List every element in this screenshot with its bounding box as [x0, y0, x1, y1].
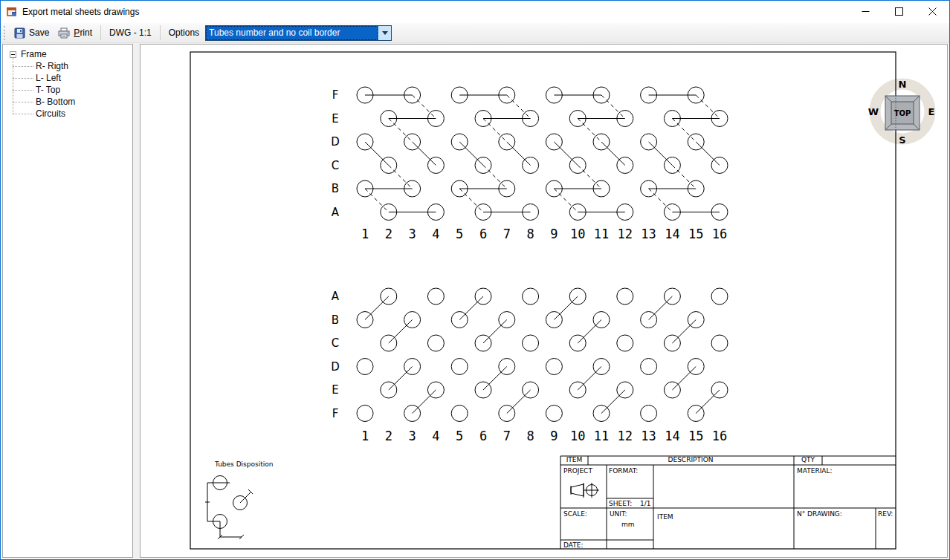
svg-text:F: F — [332, 407, 339, 420]
tubes-disposition-legend: Tubes Disposition — [205, 460, 273, 539]
svg-text:12: 12 — [618, 227, 633, 241]
svg-text:4: 4 — [432, 227, 439, 241]
svg-text:B: B — [332, 182, 339, 195]
svg-text:1/1: 1/1 — [640, 500, 650, 507]
svg-text:5: 5 — [456, 227, 463, 241]
viewcube-top[interactable]: TOP — [885, 96, 920, 130]
svg-text:C: C — [332, 159, 339, 172]
svg-text:SHEET:: SHEET: — [609, 500, 632, 507]
combobox-dropdown-button[interactable] — [378, 26, 391, 40]
svg-text:12: 12 — [618, 429, 633, 443]
svg-text:N: N — [899, 79, 907, 90]
svg-text:ITEM: ITEM — [566, 456, 583, 463]
print-button-label: Print — [74, 27, 92, 38]
svg-text:5: 5 — [456, 429, 463, 443]
tube — [427, 382, 444, 398]
tube — [641, 359, 657, 375]
svg-text:FORMAT:: FORMAT: — [609, 467, 638, 475]
tube — [641, 406, 657, 422]
tree-children: R- RigthL- LeftT- TopB- BottomCircuits — [3, 60, 132, 120]
maximize-button[interactable] — [882, 1, 916, 22]
tree-item-label: Circuits — [36, 108, 65, 119]
svg-text:DESCRIPTION: DESCRIPTION — [668, 456, 714, 463]
svg-text:N° DRAWING:: N° DRAWING: — [797, 510, 842, 518]
svg-text:MATERIAL:: MATERIAL: — [797, 467, 833, 475]
tube — [523, 288, 539, 305]
tube — [546, 359, 562, 375]
tree-item-circuits[interactable]: Circuits — [3, 108, 132, 120]
svg-text:13: 13 — [641, 227, 656, 241]
minimize-button[interactable] — [849, 1, 882, 22]
bottom-tube-grid: ABCDEF12345678910111213141516 — [331, 288, 728, 443]
toolbar-separator — [160, 25, 161, 40]
top-tube-grid: FEDCBA12345678910111213141516 — [331, 87, 728, 241]
tube — [404, 134, 421, 150]
svg-text:14: 14 — [665, 429, 679, 443]
svg-text:W: W — [868, 106, 879, 117]
save-button[interactable]: Save — [10, 25, 54, 41]
svg-text:SCALE:: SCALE: — [563, 510, 587, 518]
floppy-disk-icon — [14, 27, 25, 39]
options-combobox[interactable]: Tubes number and no coil border — [205, 25, 392, 41]
tree-item-t-top[interactable]: T- Top — [3, 84, 132, 96]
frame-tree-panel: Frame R- RigthL- LeftT- TopB- BottomCirc… — [2, 44, 133, 558]
svg-text:ITEM: ITEM — [657, 513, 673, 521]
tube — [711, 288, 728, 305]
chevron-down-icon — [382, 31, 388, 35]
svg-text:A: A — [332, 206, 340, 219]
dwg-scale-label: DWG - 1:1 — [105, 27, 156, 38]
tree-collapse-icon[interactable] — [10, 51, 16, 58]
tube — [357, 359, 373, 375]
save-button-label: Save — [29, 27, 49, 38]
svg-text:11: 11 — [594, 429, 609, 443]
tube — [427, 288, 444, 305]
toolbar-grip[interactable] — [4, 26, 6, 40]
svg-text:13: 13 — [641, 429, 656, 443]
tree-item-b-bottom[interactable]: B- Bottom — [3, 96, 132, 108]
tree-item-label: L- Left — [36, 73, 61, 83]
svg-text:11: 11 — [594, 227, 609, 241]
projection-symbol — [571, 483, 599, 498]
tube — [451, 406, 468, 422]
print-button[interactable]: Print — [54, 25, 97, 41]
svg-text:UNIT:: UNIT: — [610, 510, 627, 518]
svg-text:6: 6 — [479, 429, 487, 443]
svg-text:9: 9 — [550, 429, 558, 443]
title-block: ITEMDESCRIPTIONQTYPROJECTFORMAT:SHEET:1/… — [560, 456, 896, 549]
svg-text:S: S — [899, 134, 905, 146]
svg-text:3: 3 — [408, 429, 416, 443]
tree-item-label: B- Bottom — [36, 97, 75, 107]
drawing-panel: NSWEFEDCBA12345678910111213141516ABCDEF1… — [140, 44, 948, 558]
tube — [404, 406, 421, 422]
minimize-icon — [862, 7, 870, 16]
tree-item-label: T- Top — [36, 85, 60, 95]
tube — [617, 288, 633, 305]
app-form-icon — [6, 6, 18, 18]
svg-text:C: C — [332, 336, 339, 350]
app-window: Export metal sheets drawings Save — [0, 0, 950, 560]
close-icon — [928, 7, 937, 16]
svg-text:8: 8 — [526, 227, 534, 241]
tree-root-frame[interactable]: Frame — [3, 48, 132, 60]
tube — [546, 406, 562, 422]
svg-text:16: 16 — [712, 429, 727, 443]
tree-item-l-left[interactable]: L- Left — [3, 72, 132, 84]
svg-text:2: 2 — [385, 227, 392, 241]
svg-text:1: 1 — [361, 227, 369, 241]
svg-text:7: 7 — [503, 429, 511, 443]
frame-tree: Frame R- RigthL- LeftT- TopB- BottomCirc… — [3, 45, 132, 120]
tree-item-label: R- Rigth — [36, 61, 68, 71]
tube — [523, 335, 539, 351]
options-label: Options — [164, 27, 204, 38]
svg-text:9: 9 — [550, 227, 558, 241]
close-button[interactable] — [916, 1, 949, 22]
tube — [711, 335, 728, 351]
tree-item-r-rigth[interactable]: R- Rigth — [3, 60, 132, 72]
tube — [357, 406, 373, 422]
toolbar-separator — [100, 25, 101, 40]
svg-text:4: 4 — [432, 429, 439, 443]
svg-text:1: 1 — [361, 429, 369, 443]
svg-text:15: 15 — [688, 227, 703, 241]
svg-text:E: E — [928, 106, 935, 117]
svg-text:A: A — [332, 290, 340, 303]
